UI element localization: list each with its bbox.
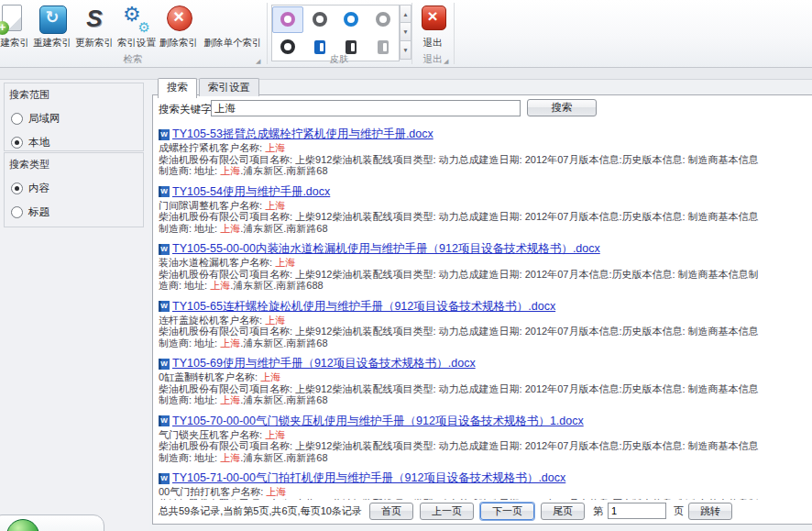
result-description-line: 成螺栓拧紧机客户名称: 上海	[159, 143, 812, 154]
first-page-button[interactable]: 首页	[369, 503, 413, 520]
result-link[interactable]: TY105-54使用与维护手册.docx	[172, 184, 330, 200]
highlighted-keyword: 上海	[265, 315, 285, 326]
skin-option-skin-1[interactable]	[272, 6, 303, 33]
page-prefix-label: 第	[593, 504, 603, 518]
search-keyword-input[interactable]	[211, 100, 521, 116]
radio-option-label: 标题	[28, 205, 49, 219]
search-button[interactable]: 搜索	[527, 99, 597, 116]
skin-6-icon	[314, 40, 325, 54]
description-text: 制造商: 地址:	[159, 338, 220, 348]
search-type-options: 内容标题	[5, 182, 143, 219]
description-text: 制造商: 地址:	[159, 166, 220, 176]
prev-page-button[interactable]: 上一页	[420, 503, 474, 520]
radio-option-label: 内容	[28, 182, 49, 195]
skin-1-icon	[280, 12, 295, 27]
description-text: 柴油机股份有限公司项目名称: 上柴912柴油机装配线项目类型: 动力总成建造日期…	[159, 212, 759, 222]
word-doc-icon: W	[159, 473, 170, 484]
page-suffix-label: 页	[674, 504, 684, 518]
ribbon-button-delete-single-index[interactable]: 删除单个索引	[200, 2, 266, 54]
result-link[interactable]: TY105-69使用与维护手册（912项目设备技术规格书）.docx	[172, 356, 476, 371]
tab-strip: 搜索 索引设置	[158, 78, 261, 94]
result-link[interactable]: TY105-53摇臂总成螺栓拧紧机使用与维护手册.docx	[172, 127, 433, 142]
ribbon-button-label: 更新索引	[73, 37, 115, 50]
group-label-search: 检索	[0, 53, 266, 66]
ribbon-button-index-settings[interactable]: 索引设置	[115, 2, 158, 54]
result-description-line: 装油水道检漏机客户名称: 上海	[159, 258, 812, 269]
tab-index-settings[interactable]: 索引设置	[199, 78, 259, 96]
skin-option-skin-3[interactable]	[335, 6, 367, 33]
result-description-line: 制造商: 地址: 上海.浦东新区.南新路68	[159, 224, 812, 235]
search-scope-title: 搜索范围	[5, 83, 143, 102]
ribbon-button-label: 索引设置	[115, 37, 158, 50]
word-doc-icon: W	[159, 415, 170, 426]
ribbon-group-search-buttons: 新建索引重建索引更新索引索引设置删除索引删除单个索引	[0, 2, 266, 54]
search-keyword-label: 搜索关键字	[159, 103, 212, 116]
last-page-button[interactable]: 尾页	[541, 503, 585, 520]
description-text: 造商: 地址:	[159, 281, 210, 291]
description-text: .浦东新区.南新路68	[240, 453, 327, 463]
result-description-line: 柴油机股份有限公司项目名称: 上柴912柴油机装配线项目类型: 动力总成建造日期…	[159, 212, 812, 223]
radio-option[interactable]: 局域网	[11, 112, 143, 126]
exit-button[interactable]: 退出	[414, 2, 451, 54]
ribbon-button-new-index[interactable]: 新建索引	[0, 2, 31, 54]
delete-index-icon	[163, 3, 194, 36]
page-number-input[interactable]	[608, 503, 666, 519]
result-title-row: WTY105-71-00-00气门拍打机使用与维护手册（912项目设备技术规格书…	[159, 470, 812, 486]
description-text: .浦东新区.南新路68	[240, 395, 327, 405]
result-item: WTY105-54使用与维护手册.docx门间隙调整机客户名称: 上海柴油机股份…	[159, 184, 812, 235]
green-orb-icon	[6, 519, 39, 531]
search-scope-options: 局域网本地	[5, 112, 143, 149]
word-doc-icon: W	[159, 186, 170, 197]
gallery-scroll-down-icon[interactable]: ▼	[400, 23, 411, 41]
ribbon-button-rebuild-index[interactable]: 重建索引	[31, 2, 73, 54]
search-type-groupbox: 搜索类型 内容标题	[4, 152, 144, 227]
result-description-line: 00气门拍打机客户名称: 上海	[159, 487, 812, 498]
radio-option[interactable]: 本地	[11, 136, 143, 149]
ribbon-button-update-index[interactable]: 更新索引	[73, 2, 115, 54]
result-description-line: 柴油机股份有限公司项目名称: 上柴912柴油机装配线项目类型: 动力总成建造日期…	[159, 499, 812, 501]
result-description-line: 柴油机股份有限公司项目名称: 上柴912柴油机装配线项目类型: 动力总成建造日期…	[159, 155, 812, 166]
skin-option-skin-2[interactable]	[304, 6, 335, 33]
result-item: WTY105-65连杆螺栓旋松机使用与维护手册（912项目设备技术规格书）.do…	[159, 299, 812, 349]
result-title-row: WTY105-70-00-00气门锁夹压机使用与维护手册（912项目设备技术规格…	[159, 414, 812, 429]
description-text: 制造商: 地址:	[159, 453, 220, 463]
result-description-line: 制造商: 地址: 上海.浦东新区.南新路68	[159, 166, 812, 177]
result-title-row: WTY105-53摇臂总成螺栓拧紧机使用与维护手册.docx	[159, 127, 812, 142]
update-index-icon	[79, 3, 110, 36]
jump-button[interactable]: 跳转	[688, 503, 732, 520]
result-description-line: 气门锁夹压机客户名称: 上海	[159, 430, 812, 441]
skin-4-icon	[376, 12, 390, 27]
description-text: 柴油机股份有限公司项目名称: 上柴912柴油机装配线项目类型: 动力总成建造日期…	[159, 384, 759, 394]
description-text: 制造商: 地址:	[159, 395, 220, 405]
result-link[interactable]: TY105-71-00-00气门拍打机使用与维护手册（912项目设备技术规格书）…	[172, 470, 565, 486]
skin-7-icon	[346, 40, 357, 54]
next-page-button[interactable]: 下一页	[480, 503, 534, 520]
index-settings-icon	[121, 3, 152, 36]
result-title-row: WTY105-55-00-00内装油水道检漏机使用与维护手册（912项目设备技术…	[159, 241, 812, 257]
skin-option-skin-4[interactable]	[368, 6, 399, 33]
highlighted-keyword: 上海	[266, 487, 286, 497]
gallery-scroll-up-icon[interactable]: ▲	[400, 5, 411, 23]
radio-unchecked-icon	[11, 113, 23, 125]
tab-search[interactable]: 搜索	[158, 78, 197, 98]
radio-option[interactable]: 内容	[11, 182, 143, 195]
radio-option-label: 本地	[28, 136, 49, 149]
result-link[interactable]: TY105-70-00-00气门锁夹压机使用与维护手册（912项目设备技术规格书…	[172, 414, 584, 429]
exit-button-label: 退出	[414, 37, 451, 50]
description-text: 柴油机股份有限公司项目名称: 上柴912柴油机装配线项目类型: 动力总成建造日期…	[159, 441, 759, 451]
dialog-launcher-icon[interactable]: ◢	[444, 58, 448, 65]
result-description-line: 连杆盖旋松机客户名称: 上海	[159, 315, 812, 326]
dialog-launcher-icon[interactable]: ◢	[256, 58, 260, 65]
highlighted-keyword: 上海	[265, 201, 285, 211]
ribbon-button-delete-index[interactable]: 删除索引	[158, 2, 200, 54]
description-text: 柴油机股份有限公司项目名称: 上柴912柴油机装配线项目类型: 动力总成建造日期…	[159, 270, 759, 280]
floating-widget[interactable]	[0, 514, 104, 531]
result-description-line: 柴油机股份有限公司项目名称: 上柴912柴油机装配线项目类型: 动力总成建造日期…	[159, 270, 812, 281]
highlighted-keyword: 上海	[220, 395, 240, 405]
radio-option[interactable]: 标题	[11, 205, 143, 219]
result-link[interactable]: TY105-65连杆螺栓旋松机使用与维护手册（912项目设备技术规格书）.doc…	[172, 299, 555, 315]
description-text: 制造商: 地址:	[159, 224, 220, 234]
group-separator	[454, 3, 455, 64]
result-link[interactable]: TY105-55-00-00内装油水道检漏机使用与维护手册（912项目设备技术规…	[172, 241, 600, 257]
exit-icon	[417, 3, 448, 36]
